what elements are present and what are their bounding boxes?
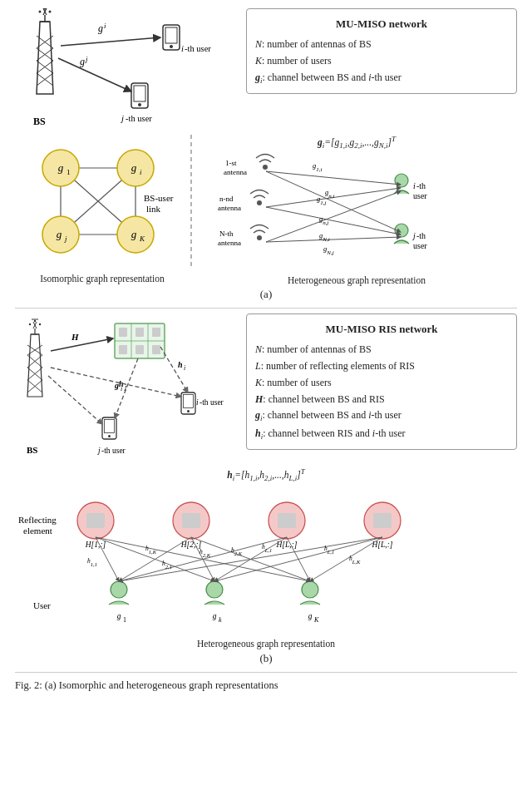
svg-line-17 bbox=[61, 37, 160, 46]
svg-text:-th: -th bbox=[416, 231, 426, 240]
caption-a: (a) bbox=[15, 288, 517, 301]
ris-network-svg: BS bbox=[15, 314, 235, 459]
svg-text:h2,1: h2,1 bbox=[162, 560, 172, 570]
svg-line-110 bbox=[51, 338, 113, 351]
svg-text:i: i bbox=[184, 364, 185, 372]
section-a-top: g i g j i -th user B bbox=[15, 8, 517, 131]
iso-graph-label: Isomorphic graph representation bbox=[15, 274, 190, 284]
ris-item-h-cap: H: channel between BS and RIS bbox=[255, 392, 508, 408]
ris-item-h: hi: channel between RIS and i-th user bbox=[255, 426, 508, 443]
svg-line-150 bbox=[310, 537, 382, 581]
miso-info-content: MU-MISO network N: number of antennas of… bbox=[246, 8, 517, 94]
svg-text:-th: -th bbox=[416, 181, 426, 190]
miso-item-n: N: number of antennas of BS bbox=[255, 37, 508, 53]
svg-text:K: K bbox=[139, 235, 145, 243]
ris-info-box: MU-MISO RIS network N: number of antenna… bbox=[239, 314, 517, 462]
svg-text:H[1,:]: H[1,:] bbox=[85, 541, 106, 549]
svg-point-59 bbox=[395, 174, 408, 187]
ris-bs-label: BS bbox=[27, 445, 37, 455]
phone-jth bbox=[131, 83, 148, 108]
het-graph-bottom-label: Heterogeneous graph representation bbox=[15, 639, 517, 649]
svg-marker-2 bbox=[37, 22, 53, 94]
svg-rect-96 bbox=[119, 328, 127, 337]
svg-point-27 bbox=[138, 103, 141, 106]
svg-point-55 bbox=[257, 200, 262, 205]
svg-text:j: j bbox=[411, 231, 416, 240]
svg-text:-th user: -th user bbox=[185, 44, 211, 53]
ris-phone-i bbox=[181, 392, 195, 414]
hi-formula: hi=[h1,i,h2,i,...,hL,i]T bbox=[15, 467, 517, 482]
edge-g1i: g1,i bbox=[313, 161, 323, 173]
svg-rect-26 bbox=[134, 86, 145, 101]
fig-caption: Fig. 2: (a) Isomorphic and heterogeneous… bbox=[15, 678, 517, 694]
svg-rect-22 bbox=[165, 27, 177, 43]
svg-text:j: j bbox=[85, 55, 88, 63]
svg-point-90 bbox=[34, 320, 36, 322]
het-graph-bottom: hi=[h1,i,h2,i,...,hL,i]T Reflecting elem… bbox=[15, 467, 517, 649]
ris-gi-label: g bbox=[114, 381, 119, 390]
svg-point-132 bbox=[111, 581, 127, 598]
svg-text:user: user bbox=[413, 191, 427, 200]
svg-text:g: g bbox=[117, 612, 121, 620]
user-node-g1: g 1 bbox=[109, 581, 129, 624]
svg-point-89 bbox=[29, 323, 31, 325]
user-node-gK: g K bbox=[300, 581, 320, 624]
svg-line-70 bbox=[266, 207, 401, 235]
svg-point-104 bbox=[187, 410, 190, 412]
ris-info-content: MU-MISO RIS network N: number of antenna… bbox=[246, 314, 517, 450]
svg-text:j: j bbox=[64, 235, 67, 243]
het-graph-svg: 1-st antenna n-nd antenna bbox=[196, 153, 470, 269]
svg-text:element: element bbox=[23, 526, 52, 536]
reflect-HL: H[L,:] bbox=[268, 502, 305, 549]
svg-line-141 bbox=[96, 537, 119, 581]
ris-bs-tower bbox=[27, 319, 42, 397]
ris-item-l: L: number of reflecting elements of RIS bbox=[255, 358, 508, 375]
svg-text:user: user bbox=[413, 241, 427, 250]
svg-point-52 bbox=[263, 165, 268, 170]
bs-network-svg: g i g j i -th user B bbox=[15, 8, 239, 131]
user-label: User bbox=[33, 600, 51, 610]
svg-line-18 bbox=[58, 58, 131, 91]
svg-text:-th user: -th user bbox=[101, 447, 126, 455]
user-i: i -th user bbox=[394, 174, 427, 200]
svg-line-67 bbox=[266, 171, 401, 185]
antenna-1: 1-st antenna bbox=[224, 155, 274, 177]
caption-b: (b) bbox=[15, 652, 517, 665]
svg-line-68 bbox=[266, 171, 401, 232]
svg-text:1: 1 bbox=[66, 168, 71, 176]
svg-text:i: i bbox=[413, 181, 416, 190]
svg-text:k: k bbox=[219, 616, 222, 624]
svg-text:-th user: -th user bbox=[126, 114, 152, 123]
user-node-gk: g k bbox=[204, 581, 224, 624]
section-a-graphs: g 1 g i g j g K BS-user link Isomorphic … bbox=[15, 135, 517, 285]
svg-text:hL,K: hL,K bbox=[349, 555, 361, 565]
ris-panel bbox=[115, 323, 165, 358]
ris-network-diagram: BS bbox=[15, 314, 239, 462]
H-label: H bbox=[71, 332, 79, 342]
svg-point-91 bbox=[39, 323, 41, 325]
node-gi: g bbox=[131, 161, 137, 174]
svg-text:h1,K: h1,K bbox=[145, 545, 157, 555]
edge-gnj: gn,j bbox=[319, 215, 329, 226]
ris-item-k: K: number of users bbox=[255, 375, 508, 392]
het-graph-label: Heterogeneous graph representation bbox=[196, 275, 517, 285]
svg-rect-97 bbox=[135, 328, 144, 337]
section-b-top: BS bbox=[15, 314, 517, 462]
ris-phone-j bbox=[102, 417, 116, 439]
svg-text:h1,1: h1,1 bbox=[87, 557, 97, 567]
svg-line-117 bbox=[48, 376, 102, 424]
network-diagram-top: g i g j i -th user B bbox=[15, 8, 239, 131]
svg-text:K: K bbox=[313, 616, 319, 624]
antenna-N: N-th antenna bbox=[218, 225, 268, 248]
svg-text:link: link bbox=[146, 204, 161, 214]
het-graph-bottom-svg: Reflecting element User H[1,:] H[2,:] bbox=[17, 486, 515, 639]
svg-text:g: g bbox=[308, 612, 313, 620]
svg-text:g: g bbox=[213, 612, 217, 620]
antenna-n: n-nd antenna bbox=[218, 190, 268, 213]
svg-rect-107 bbox=[105, 420, 115, 433]
svg-text:i: i bbox=[104, 22, 106, 30]
edge-gNj: gN,j bbox=[323, 244, 334, 256]
svg-text:1-st: 1-st bbox=[225, 159, 237, 167]
svg-line-143 bbox=[119, 537, 191, 581]
reflecting-element-label: Reflecting bbox=[18, 515, 57, 525]
